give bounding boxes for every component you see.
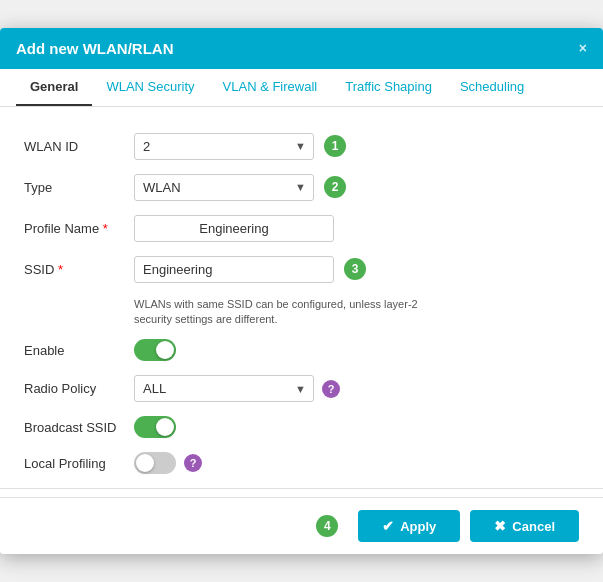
wlan-id-label: WLAN ID: [24, 139, 134, 154]
modal-body: WLAN ID 2 1 3 4 ▼ 1 Type WLAN RLAN ▼: [0, 107, 603, 475]
tab-scheduling[interactable]: Scheduling: [446, 69, 538, 106]
type-label: Type: [24, 180, 134, 195]
step-badge-4: 4: [316, 515, 338, 537]
ssid-input[interactable]: [134, 256, 334, 283]
local-profiling-help-icon[interactable]: ?: [184, 454, 202, 472]
step-badge-3: 3: [344, 258, 366, 280]
modal-footer: 4 ✔ Apply ✖ Cancel: [0, 497, 603, 554]
cancel-button[interactable]: ✖ Cancel: [470, 510, 579, 542]
modal-header: Add new WLAN/RLAN ×: [0, 28, 603, 69]
close-icon[interactable]: ×: [579, 40, 587, 56]
type-row: Type WLAN RLAN ▼ 2: [24, 174, 579, 201]
broadcast-ssid-label: Broadcast SSID: [24, 420, 134, 435]
tab-wlan-security[interactable]: WLAN Security: [92, 69, 208, 106]
broadcast-ssid-row: Broadcast SSID: [24, 416, 579, 438]
wlan-id-select[interactable]: 2 1 3 4: [134, 133, 314, 160]
modal-title: Add new WLAN/RLAN: [16, 40, 173, 57]
apply-icon: ✔: [382, 518, 394, 534]
footer-divider: [0, 488, 603, 489]
add-wlan-modal: Add new WLAN/RLAN × General WLAN Securit…: [0, 28, 603, 555]
step-badge-2: 2: [324, 176, 346, 198]
enable-row: Enable: [24, 339, 579, 361]
type-select-wrapper[interactable]: WLAN RLAN ▼: [134, 174, 314, 201]
profile-name-label: Profile Name *: [24, 221, 134, 236]
radio-policy-select[interactable]: ALL 2.4GHz 5GHz: [134, 375, 314, 402]
tab-vlan-firewall[interactable]: VLAN & Firewall: [209, 69, 332, 106]
apply-label: Apply: [400, 519, 436, 534]
tab-general[interactable]: General: [16, 69, 92, 106]
footer-wrapper: 4: [316, 510, 348, 542]
ssid-label: SSID *: [24, 262, 134, 277]
ssid-row: SSID * 3: [24, 256, 579, 283]
cancel-label: Cancel: [512, 519, 555, 534]
tab-traffic-shaping[interactable]: Traffic Shaping: [331, 69, 446, 106]
local-profiling-label: Local Profiling: [24, 456, 134, 471]
radio-policy-help-icon[interactable]: ?: [322, 380, 340, 398]
type-select[interactable]: WLAN RLAN: [134, 174, 314, 201]
step-badge-1: 1: [324, 135, 346, 157]
ssid-required: *: [58, 262, 63, 277]
tabs-bar: General WLAN Security VLAN & Firewall Tr…: [0, 69, 603, 107]
wlan-id-row: WLAN ID 2 1 3 4 ▼ 1: [24, 133, 579, 160]
profile-name-row: Profile Name *: [24, 215, 579, 242]
enable-toggle[interactable]: [134, 339, 176, 361]
profile-name-input[interactable]: [134, 215, 334, 242]
radio-policy-row: Radio Policy ALL 2.4GHz 5GHz ▼ ?: [24, 375, 579, 402]
enable-label: Enable: [24, 343, 134, 358]
apply-button[interactable]: ✔ Apply: [358, 510, 460, 542]
radio-policy-label: Radio Policy: [24, 381, 134, 396]
cancel-icon: ✖: [494, 518, 506, 534]
broadcast-ssid-toggle[interactable]: [134, 416, 176, 438]
wlan-id-select-wrapper[interactable]: 2 1 3 4 ▼: [134, 133, 314, 160]
ssid-note: WLANs with same SSID can be configured, …: [134, 297, 454, 328]
profile-name-required: *: [103, 221, 108, 236]
local-profiling-row: Local Profiling ?: [24, 452, 579, 474]
radio-policy-select-wrapper[interactable]: ALL 2.4GHz 5GHz ▼: [134, 375, 314, 402]
local-profiling-toggle[interactable]: [134, 452, 176, 474]
